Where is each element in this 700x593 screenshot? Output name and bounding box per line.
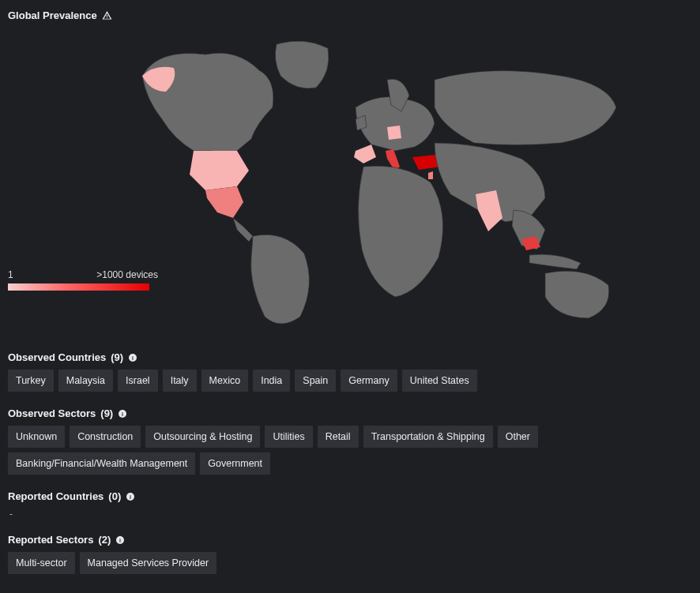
info-icon[interactable]: i: [128, 353, 137, 362]
sector-tag[interactable]: Banking/Financial/Wealth Management: [8, 452, 195, 475]
reported-sectors-title: Reported Sectors: [8, 534, 93, 546]
sector-tag[interactable]: Retail: [318, 426, 359, 448]
country-tag[interactable]: India: [253, 370, 290, 392]
sector-tag[interactable]: Outsourcing & Hosting: [145, 426, 260, 448]
legend-gradient: [8, 283, 149, 291]
country-tag[interactable]: Mexico: [201, 370, 249, 392]
observed-countries-header: Observed Countries9 i: [8, 351, 692, 363]
reported-sectors-header: Reported Sectors2 i: [8, 534, 692, 546]
page-title: Global Prevalence: [8, 9, 97, 21]
world-map-svg: [119, 32, 624, 332]
legend-max: >1000 devices: [96, 269, 158, 280]
warning-icon[interactable]: [102, 10, 112, 21]
sector-tag[interactable]: Unknown: [8, 426, 65, 448]
info-icon[interactable]: i: [126, 492, 135, 501]
map-legend: 1 >1000 devices: [8, 269, 158, 291]
svg-text:i: i: [130, 494, 131, 499]
prevalence-map[interactable]: 1 >1000 devices: [8, 28, 692, 340]
svg-text:i: i: [132, 355, 134, 360]
observed-sectors-list: UnknownConstructionOutsourcing & Hosting…: [8, 426, 692, 475]
info-icon[interactable]: i: [118, 409, 127, 418]
observed-countries-title: Observed Countries: [8, 351, 106, 363]
svg-text:i: i: [122, 411, 123, 416]
sector-tag[interactable]: Managed Services Provider: [80, 552, 217, 574]
country-tag[interactable]: Spain: [295, 370, 336, 392]
reported-countries-title: Reported Countries: [8, 490, 103, 502]
sector-tag[interactable]: Utilities: [265, 426, 312, 448]
reported-countries-header: Reported Countries0 i: [8, 490, 692, 502]
observed-countries-list: TurkeyMalaysiaIsraelItalyMexicoIndiaSpai…: [8, 370, 692, 392]
observed-countries-count: 9: [111, 351, 123, 363]
country-tag[interactable]: Italy: [163, 370, 197, 392]
svg-text:i: i: [119, 537, 121, 542]
sector-tag[interactable]: Other: [498, 426, 538, 448]
reported-countries-empty: -: [8, 509, 692, 520]
country-tag[interactable]: Turkey: [8, 370, 54, 392]
reported-sectors-count: 2: [98, 534, 111, 546]
observed-sectors-count: 9: [100, 407, 113, 419]
country-tag[interactable]: Israel: [118, 370, 158, 392]
country-tag[interactable]: Germany: [341, 370, 397, 392]
country-tag[interactable]: Malaysia: [58, 370, 113, 392]
info-icon[interactable]: i: [115, 535, 125, 545]
sector-tag[interactable]: Transportation & Shipping: [363, 426, 493, 448]
reported-countries-count: 0: [108, 490, 121, 502]
reported-sectors-list: Multi-sectorManaged Services Provider: [8, 552, 692, 574]
observed-sectors-header: Observed Sectors9 i: [8, 407, 692, 419]
sector-tag[interactable]: Government: [200, 452, 270, 475]
sector-tag[interactable]: Construction: [70, 426, 141, 448]
country-tag[interactable]: United States: [402, 370, 477, 392]
observed-sectors-title: Observed Sectors: [8, 407, 96, 419]
global-prevalence-header: Global Prevalence: [8, 9, 692, 21]
sector-tag[interactable]: Multi-sector: [8, 552, 75, 574]
legend-min: 1: [8, 269, 13, 280]
